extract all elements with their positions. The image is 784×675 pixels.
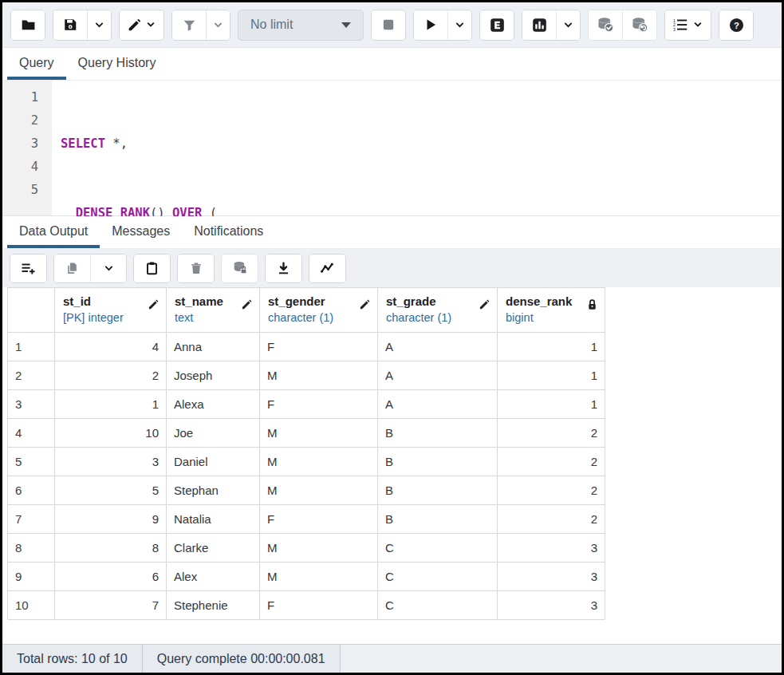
row-limit-select[interactable]: No limit [238, 10, 364, 41]
open-file-group [10, 10, 45, 41]
cell-st-grade[interactable]: B [378, 476, 498, 505]
cell-st-gender[interactable]: M [260, 448, 378, 476]
column-header-dense-rank[interactable]: dense_rank bigint [498, 288, 605, 333]
edit-menu-button[interactable] [120, 10, 163, 40]
row-number-cell[interactable]: 4 [8, 419, 55, 448]
column-header-st-grade[interactable]: st_grade character (1) [378, 288, 498, 333]
cell-dense-rank[interactable]: 2 [498, 419, 605, 448]
filter-button[interactable] [172, 10, 206, 40]
delete-row-button[interactable] [178, 255, 214, 282]
tab-query-history[interactable]: Query History [66, 49, 168, 80]
row-number-cell[interactable]: 3 [8, 390, 55, 419]
cell-dense-rank[interactable]: 1 [498, 333, 605, 361]
row-number-cell[interactable]: 1 [8, 333, 55, 361]
cell-st-grade[interactable]: B [378, 448, 498, 476]
paste-button[interactable] [134, 255, 170, 282]
cell-st-name[interactable]: Clarke [167, 534, 260, 562]
cell-dense-rank[interactable]: 2 [498, 476, 605, 505]
cell-st-gender[interactable]: M [260, 419, 378, 448]
save-button[interactable] [53, 10, 87, 40]
cell-st-id[interactable]: 7 [55, 591, 167, 620]
filter-dropdown-button[interactable] [206, 10, 230, 40]
cell-st-name[interactable]: Joe [167, 419, 260, 448]
cell-st-name[interactable]: Alexa [167, 390, 260, 419]
cell-dense-rank[interactable]: 3 [498, 562, 605, 591]
select-all-corner[interactable] [8, 288, 55, 333]
query-tabstrip: Query Query History [2, 48, 782, 81]
tab-notifications[interactable]: Notifications [182, 218, 275, 248]
cell-st-name[interactable]: Alex [167, 562, 260, 591]
download-results-button[interactable] [266, 255, 301, 282]
cell-st-grade[interactable]: B [378, 505, 498, 534]
cell-st-name[interactable]: Anna [167, 333, 260, 361]
column-header-st-id[interactable]: st_id [PK] integer [55, 288, 167, 333]
explain-dropdown-button[interactable] [556, 10, 580, 40]
cell-dense-rank[interactable]: 2 [498, 505, 605, 534]
row-number-cell[interactable]: 7 [8, 505, 55, 534]
cell-st-gender[interactable]: F [260, 591, 378, 620]
cell-st-grade[interactable]: A [378, 361, 498, 390]
cell-st-id[interactable]: 5 [55, 476, 167, 505]
cell-st-id[interactable]: 3 [55, 448, 167, 476]
cell-st-name[interactable]: Natalia [167, 505, 260, 534]
explain-analyze-button[interactable] [522, 10, 556, 40]
execute-button[interactable] [414, 10, 447, 40]
cell-st-gender[interactable]: M [260, 361, 378, 390]
save-dropdown-button[interactable] [87, 10, 111, 40]
row-number-cell[interactable]: 6 [8, 476, 55, 505]
sql-code[interactable]: SELECT *, DENSE_RANK() OVER ( ORDER BY s… [52, 81, 217, 215]
cell-st-id[interactable]: 9 [55, 505, 167, 534]
row-number-cell[interactable]: 2 [8, 361, 55, 390]
macros-button[interactable]: 123 [665, 10, 711, 40]
cell-st-grade[interactable]: B [378, 419, 498, 448]
cell-st-id[interactable]: 10 [55, 419, 167, 448]
copy-button[interactable] [54, 255, 90, 282]
tab-data-output[interactable]: Data Output [7, 218, 100, 248]
cell-st-grade[interactable]: A [378, 333, 498, 361]
cell-dense-rank[interactable]: 3 [498, 591, 605, 620]
cell-st-name[interactable]: Daniel [167, 448, 260, 476]
cell-st-name[interactable]: Joseph [167, 361, 260, 390]
row-number-cell[interactable]: 10 [8, 591, 55, 620]
cell-st-id[interactable]: 6 [55, 562, 167, 591]
tab-query[interactable]: Query [7, 49, 66, 80]
explain-button[interactable] [480, 10, 514, 40]
commit-button[interactable] [589, 10, 622, 40]
row-number-cell[interactable]: 5 [8, 448, 55, 476]
cell-st-grade[interactable]: C [378, 562, 498, 591]
execute-dropdown-button[interactable] [447, 10, 471, 40]
cell-st-grade[interactable]: C [378, 534, 498, 562]
cell-dense-rank[interactable]: 3 [498, 534, 605, 562]
cell-st-name[interactable]: Stephan [167, 476, 260, 505]
cell-st-name[interactable]: Stephenie [167, 591, 260, 620]
cell-dense-rank[interactable]: 1 [498, 361, 605, 390]
column-header-st-name[interactable]: st_name text [167, 288, 260, 333]
cell-st-gender[interactable]: M [260, 562, 378, 591]
cancel-query-button[interactable] [372, 10, 405, 40]
cell-st-id[interactable]: 4 [55, 333, 167, 361]
rollback-button[interactable] [622, 10, 656, 40]
cell-st-id[interactable]: 2 [55, 361, 167, 390]
cell-st-id[interactable]: 8 [55, 534, 167, 562]
cell-st-gender[interactable]: F [260, 333, 378, 361]
open-file-button[interactable] [11, 10, 45, 40]
sql-editor[interactable]: 1 2 3 4 5 SELECT *, DENSE_RANK() OVER ( … [2, 81, 782, 216]
tab-messages[interactable]: Messages [100, 218, 182, 248]
graph-visualiser-button[interactable] [309, 255, 345, 282]
cell-st-grade[interactable]: A [378, 390, 498, 419]
cell-st-gender[interactable]: F [260, 505, 378, 534]
cell-st-grade[interactable]: C [378, 591, 498, 620]
cell-st-id[interactable]: 1 [55, 390, 167, 419]
cell-st-gender[interactable]: M [260, 534, 378, 562]
cell-dense-rank[interactable]: 1 [498, 390, 605, 419]
help-button[interactable]: ? [719, 10, 753, 40]
cell-st-gender[interactable]: M [260, 476, 378, 505]
copy-dropdown-button[interactable] [90, 255, 126, 282]
save-data-changes-button[interactable] [222, 255, 258, 282]
cell-dense-rank[interactable]: 2 [498, 448, 605, 476]
row-number-cell[interactable]: 9 [8, 562, 55, 591]
cell-st-gender[interactable]: F [260, 390, 378, 419]
add-row-button[interactable] [10, 255, 46, 282]
row-number-cell[interactable]: 8 [8, 534, 55, 562]
column-header-st-gender[interactable]: st_gender character (1) [260, 288, 378, 333]
